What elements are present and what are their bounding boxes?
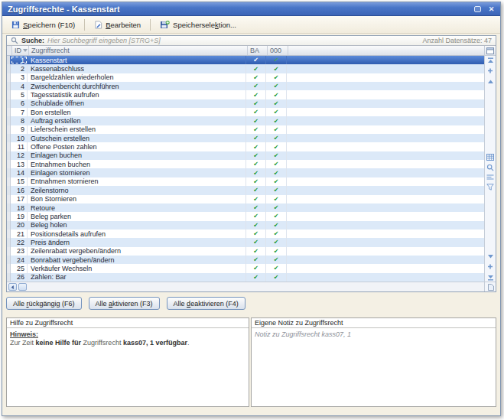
table-row[interactable]: 2Kassenabschluss✔✔ (7, 64, 484, 73)
cell-ba-check: ✔ (246, 108, 266, 116)
table-row[interactable]: 18Retoure✔✔ (7, 203, 484, 212)
cell-zugriffsrecht: Bonrabatt vergeben/ändern (28, 256, 246, 264)
table-row[interactable]: 13Entnahmen buchen✔✔ (7, 160, 484, 168)
table-row[interactable]: 17Bon Stornieren✔✔ (7, 195, 484, 203)
cell-ba-check: ✔ (246, 116, 266, 125)
table-row[interactable]: 5Tagesstatistik aufrufen✔✔ (7, 90, 484, 99)
best-fit-icon[interactable] (486, 174, 495, 181)
note-panel-content[interactable]: Notiz zu Zugriffsrecht kass07, 1 (252, 328, 496, 406)
column-header-000-label: 000 (270, 47, 281, 54)
restore-button[interactable] (472, 5, 483, 14)
cell-ba-check: ✔ (246, 264, 266, 272)
column-chooser-icon (486, 47, 494, 54)
scroll-to-bottom-icon[interactable] (486, 274, 495, 281)
search-bar[interactable]: Suche: Hier Suchbegriff eingeben [STRG+S… (7, 36, 496, 46)
table-row[interactable]: 9Lieferschein erstellen✔✔ (7, 125, 484, 134)
arrow-left-icon (10, 285, 15, 290)
table-row[interactable]: 11Offene Posten zahlen✔✔ (7, 142, 484, 151)
cell-000-check: ✔ (266, 151, 287, 160)
column-header-zugriffsrecht[interactable]: Zugriffsrecht (29, 46, 248, 55)
cell-filler (287, 168, 484, 177)
horizontal-scrollbar[interactable] (7, 282, 484, 291)
cell-zugriffsrecht: Gutschein erstellen (28, 134, 246, 142)
edit-button[interactable]: Bearbeiten (89, 18, 145, 31)
cell-filler (287, 160, 484, 168)
column-header-000[interactable]: 000 (268, 46, 288, 55)
table-row[interactable]: 8Auftrag erstellen✔✔ (7, 116, 484, 125)
table-row[interactable]: 22Preis ändern✔✔ (7, 238, 484, 246)
cell-id: 14 (11, 168, 28, 177)
selection-button[interactable]: Speicherselektion... (155, 18, 241, 31)
cell-ba-check: ✔ (246, 195, 266, 203)
table-row[interactable]: 14Einlagen stornieren✔✔ (7, 168, 484, 177)
close-button[interactable]: ✕ (486, 5, 497, 14)
activate-all-button[interactable]: Alle aktivieren (F3) (89, 297, 160, 310)
scroll-up-icon[interactable] (486, 78, 495, 85)
cell-id: 20 (11, 221, 28, 230)
table-row[interactable]: 16Zeilenstorno✔✔ (7, 186, 484, 194)
table-row[interactable]: 4Zwischenbericht durchführen✔✔ (7, 82, 484, 90)
save-button[interactable]: Speichern (F10) (7, 18, 80, 31)
search-input[interactable]: Hier Suchbegriff eingeben [STRG+S] (47, 37, 419, 44)
hint-text: Zur Zeit keine Hilfe für Zugriffsrecht k… (10, 339, 189, 347)
cell-zugriffsrecht: Einlagen buchen (28, 151, 246, 160)
page-down-icon[interactable] (486, 263, 495, 270)
grid-header: ID Zugriffsrecht BA 000 (7, 46, 484, 56)
table-row[interactable]: 6Schublade öffnen✔✔ (7, 99, 484, 108)
scroll-thumb-button[interactable] (18, 283, 27, 291)
table-row[interactable]: 21Positionsdetails aufrufen✔✔ (7, 230, 484, 238)
grid-view-icon[interactable] (486, 154, 495, 161)
cell-filler (287, 195, 484, 203)
column-header-id[interactable]: ID (12, 46, 29, 55)
column-chooser-button[interactable] (485, 46, 496, 56)
cell-filler (287, 238, 484, 246)
hint-label: Hinweis: (10, 330, 245, 339)
cell-zugriffsrecht: Bon Stornieren (28, 195, 246, 203)
cell-id: 9 (11, 125, 28, 134)
cell-000-check: ✔ (266, 203, 287, 212)
table-row[interactable]: 19Beleg parken✔✔ (7, 212, 484, 220)
vertical-scrollbar[interactable] (484, 46, 496, 291)
note-text: Notiz zu Zugriffsrecht kass07, 1 (255, 330, 351, 338)
search-records-icon[interactable] (486, 164, 495, 171)
column-header-id-label: ID (15, 47, 21, 54)
cell-zugriffsrecht: Offene Posten zahlen (28, 142, 246, 151)
cell-000-check: ✔ (266, 168, 287, 177)
table-row[interactable]: 12Einlagen buchen✔✔ (7, 151, 484, 160)
cell-id: 22 (11, 238, 28, 246)
table-row[interactable]: 10Gutschein erstellen✔✔ (7, 134, 484, 142)
page-up-icon[interactable] (486, 67, 495, 74)
cell-000-check: ✔ (266, 116, 287, 125)
column-header-ba[interactable]: BA (248, 46, 268, 55)
cell-zugriffsrecht: Zwischenbericht durchführen (28, 82, 246, 90)
cell-zugriffsrecht: Auftrag erstellen (28, 116, 246, 125)
table-row[interactable]: 7Bon erstellen✔✔ (7, 108, 484, 116)
table-row[interactable]: 23Zeilenrabatt vergeben/ändern✔✔ (7, 247, 484, 256)
cell-ba-check: ✔ (246, 221, 266, 230)
cell-000-check: ✔ (266, 125, 287, 134)
vertical-scroll-track[interactable] (485, 56, 496, 282)
deactivate-all-button[interactable]: Alle deaktivieren (F4) (167, 297, 245, 310)
filter-icon[interactable] (486, 184, 495, 190)
table-row[interactable]: 25Verkäufer Wechseln✔✔ (7, 264, 484, 272)
cell-filler (287, 56, 484, 64)
cell-zugriffsrecht: Einlagen stornieren (28, 168, 246, 177)
grid-corner-button[interactable] (485, 282, 496, 291)
scroll-down-icon[interactable] (486, 252, 495, 259)
cell-id: 4 (11, 82, 28, 90)
table-row[interactable]: 1Kassenstart✔✔ (7, 56, 484, 64)
cell-zugriffsrecht: Zeilenstorno (28, 186, 246, 194)
titlebar[interactable]: Zugriffsrechte - Kassenstart ✕ (2, 2, 500, 16)
scroll-left-button[interactable] (8, 283, 17, 291)
table-row[interactable]: 24Bonrabatt vergeben/ändern✔✔ (7, 256, 484, 264)
table-row[interactable]: 20Beleg holen✔✔ (7, 221, 484, 230)
table-row[interactable]: 15Entnahmen stornieren✔✔ (7, 177, 484, 186)
cell-ba-check: ✔ (246, 99, 266, 108)
scroll-to-top-icon[interactable] (486, 57, 495, 63)
cell-000-check: ✔ (266, 56, 287, 64)
cell-000-check: ✔ (266, 108, 287, 116)
table-row[interactable]: 3Bargeldzählen wiederholen✔✔ (7, 73, 484, 82)
undo-all-button[interactable]: Alle rückgängig (F6) (6, 297, 82, 310)
table-row[interactable]: 26Zahlen: Bar✔✔ (7, 273, 484, 282)
cell-ba-check: ✔ (246, 203, 266, 212)
